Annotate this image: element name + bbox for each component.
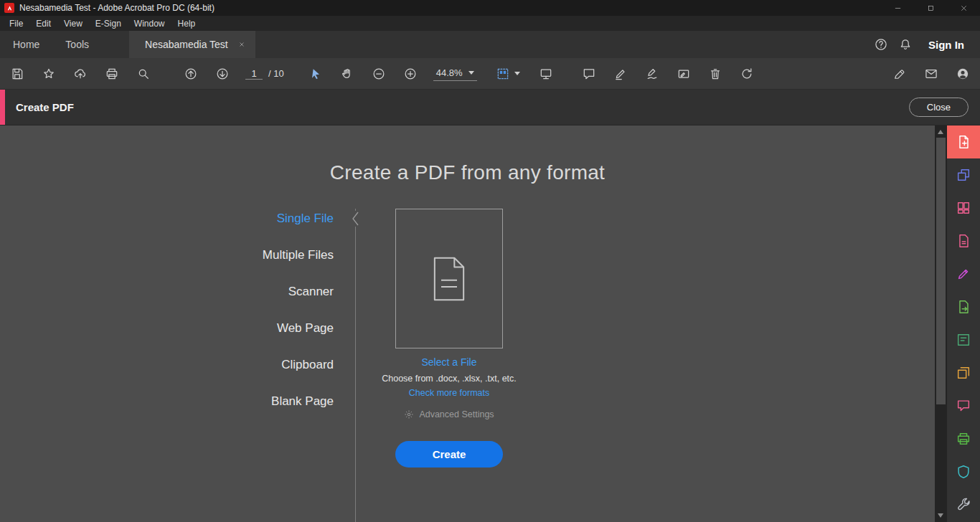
check-more-formats-link[interactable]: Check more formats [409,388,490,398]
document-icon [429,255,469,303]
menu-edit[interactable]: Edit [29,16,57,31]
scrollbar-thumb[interactable] [936,138,946,404]
organize-pages-tool[interactable] [947,191,980,224]
next-page-button[interactable] [215,67,230,81]
menu-esign[interactable]: E-Sign [89,16,128,31]
option-single-file[interactable]: Single File [277,209,334,228]
chevron-down-icon [514,72,520,75]
combine-files-icon [956,167,971,183]
tab-home[interactable]: Home [0,31,52,58]
maximize-button[interactable] [914,0,947,16]
ink-signature-button[interactable] [645,67,659,81]
toolbar: / 10 44.8% [0,58,980,90]
user-avatar[interactable] [956,67,970,81]
zoom-level-dropdown[interactable]: 44.8% [433,66,477,81]
print-button[interactable] [105,67,119,81]
compress-pdf-tool[interactable] [947,356,980,389]
rotate-pages-button[interactable] [740,67,754,81]
chevron-down-icon [468,71,474,75]
share-upload-button[interactable] [73,67,88,81]
comment-tool[interactable] [947,389,980,422]
fill-sign-pen-button[interactable] [892,67,907,81]
option-blank-page[interactable]: Blank Page [271,392,334,411]
organize-pages-icon [956,200,971,216]
zoom-level-value: 44.8% [436,67,463,78]
highlight-tool-button[interactable] [613,67,628,81]
selected-option-chevron-icon [350,211,360,227]
gear-icon [404,409,414,419]
menu-help[interactable]: Help [171,16,202,31]
menu-window[interactable]: Window [128,16,171,31]
more-tools-wrench-icon [956,497,971,513]
menu-view[interactable]: View [57,16,89,31]
edit-pdf-icon [956,233,971,249]
menu-file[interactable]: File [3,16,29,31]
titlebar: Nesabamedia Test - Adobe Acrobat Pro DC … [0,0,980,16]
create-pdf-icon [956,134,971,150]
minimize-button[interactable] [881,0,914,16]
scan-ocr-icon [956,431,971,447]
favorite-star-button[interactable] [42,67,56,81]
combine-files-tool[interactable] [947,158,980,191]
panel-title: Create PDF [16,101,74,113]
option-clipboard[interactable]: Clipboard [281,355,334,374]
menubar: File Edit View E-Sign Window Help [0,16,980,31]
create-pdf-panel-header: Create PDF Close [0,90,980,125]
scan-ocr-tool[interactable] [947,422,980,455]
panel-accent-strip [0,90,5,125]
vertical-divider [355,209,356,522]
page-navigation: / 10 [245,68,284,80]
comment-tool-button[interactable] [582,67,596,81]
edit-pdf-tool[interactable] [947,224,980,257]
close-button[interactable] [947,0,980,16]
prepare-form-tool[interactable] [947,323,980,356]
page-total-label: / 10 [268,68,284,79]
tab-bar: Home Tools Nesabamedia Test Sign In [0,31,980,58]
presentation-mode-button[interactable] [539,67,553,81]
tab-document[interactable]: Nesabamedia Test [129,31,255,58]
window-controls [881,0,980,16]
create-button[interactable]: Create [395,441,503,468]
create-pdf-content: Create a PDF from any format Single File… [0,125,935,522]
close-tab-icon[interactable] [238,39,245,50]
export-pdf-tool[interactable] [947,290,980,323]
hand-tool-button[interactable] [340,67,354,81]
certificates-button[interactable] [677,67,691,81]
acrobat-logo-icon [4,3,14,13]
protect-shield-icon [956,464,971,480]
formats-hint: Choose from .docx, .xlsx, .txt, etc. [382,374,517,384]
comment-icon [956,398,971,414]
help-icon[interactable] [874,37,888,52]
main-area: Create a PDF from any format Single File… [0,125,980,522]
export-pdf-icon [956,299,971,315]
zoom-out-button[interactable] [372,67,386,81]
scrollbar-down-arrow[interactable] [938,513,943,518]
more-tools[interactable] [947,488,980,521]
select-tool-button[interactable] [308,67,323,81]
protect-tool[interactable] [947,455,980,488]
sign-in-button[interactable]: Sign In [928,39,964,51]
option-web-page[interactable]: Web Page [277,318,334,338]
window-title: Nesabamedia Test - Adobe Acrobat Pro DC … [19,3,215,13]
delete-pages-button[interactable] [708,67,722,81]
notifications-bell-icon[interactable] [898,37,913,52]
zoom-in-button[interactable] [403,67,418,81]
fill-sign-tool[interactable] [947,257,980,290]
vertical-scrollbar [935,125,947,522]
page-display-dropdown[interactable] [496,67,520,81]
file-drop-area[interactable] [395,209,503,348]
option-multiple-files[interactable]: Multiple Files [263,245,334,265]
scrollbar-up-arrow[interactable] [938,130,943,134]
advanced-settings-button[interactable]: Advanced Settings [404,409,494,419]
select-file-link[interactable]: Select a File [421,356,476,368]
search-icon[interactable] [136,67,151,81]
option-scanner[interactable]: Scanner [288,282,334,301]
panel-close-button[interactable]: Close [909,98,969,117]
email-share-button[interactable] [924,67,938,81]
previous-page-button[interactable] [184,67,198,81]
page-number-input[interactable] [245,68,263,80]
create-pdf-tool[interactable] [947,125,980,158]
tab-tools[interactable]: Tools [52,31,102,58]
save-button[interactable] [10,67,24,81]
document-tab-label: Nesabamedia Test [145,39,228,50]
